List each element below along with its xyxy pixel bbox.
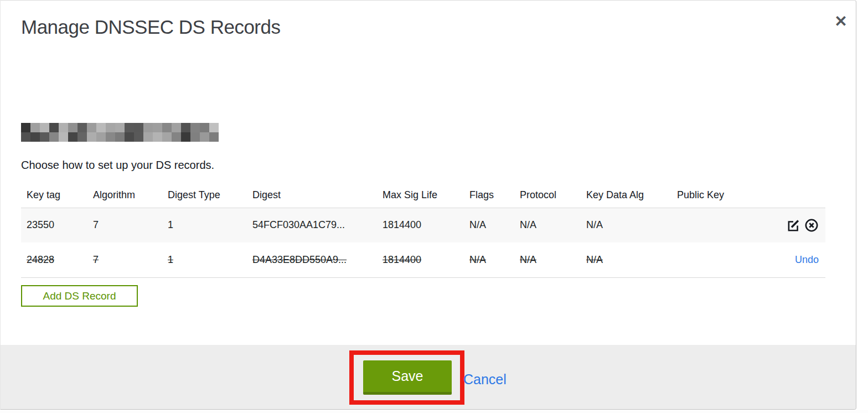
cancel-link[interactable]: Cancel	[463, 371, 507, 388]
table-row-deleted: 24828 7 1 D4A33E8DD550A9... 1814400 N/A …	[21, 242, 825, 277]
table-header-row: Key tag Algorithm Digest Type Digest Max…	[21, 183, 825, 208]
delete-circle-x-icon	[804, 218, 819, 233]
cell-key-data-alg: N/A	[581, 208, 671, 242]
cell-public-key	[671, 242, 777, 277]
column-header-max-sig-life: Max Sig Life	[377, 183, 464, 208]
dnssec-dialog: Manage DNSSEC DS Records ✕ Choose how to…	[0, 0, 856, 410]
cell-digest-type: 1	[162, 242, 247, 277]
column-header-flags: Flags	[464, 183, 514, 208]
close-icon[interactable]: ✕	[830, 11, 852, 33]
save-button[interactable]: Save	[363, 360, 452, 395]
column-header-protocol: Protocol	[514, 183, 581, 208]
cell-flags: N/A	[464, 208, 514, 242]
cell-flags: N/A	[464, 242, 514, 277]
edit-record-button[interactable]	[786, 218, 800, 233]
edit-icon	[786, 218, 800, 233]
redacted-domain	[21, 123, 219, 142]
cell-max-sig-life: 1814400	[377, 242, 464, 277]
footer-bar: Save Cancel	[1, 345, 856, 410]
page-behind-modal	[0, 410, 868, 413]
add-ds-record-button[interactable]: Add DS Record	[21, 285, 138, 307]
delete-record-button[interactable]	[804, 218, 819, 233]
cell-algorithm: 7	[87, 208, 162, 242]
undo-link[interactable]: Undo	[795, 254, 819, 265]
column-header-public-key: Public Key	[671, 183, 777, 208]
column-header-actions	[777, 183, 825, 208]
annotation-highlight-box: Save	[349, 350, 464, 405]
cell-digest-type: 1	[162, 208, 247, 242]
cell-key-tag: 24828	[21, 242, 87, 277]
column-header-key-tag: Key tag	[21, 183, 87, 208]
cell-protocol: N/A	[514, 208, 581, 242]
cell-digest: D4A33E8DD550A9...	[247, 242, 377, 277]
column-header-digest: Digest	[247, 183, 377, 208]
instruction-text: Choose how to set up your DS records.	[21, 159, 214, 172]
cell-algorithm: 7	[87, 242, 162, 277]
table-row: 23550 7 1 54FCF030AA1C79... 1814400 N/A …	[21, 208, 825, 242]
ds-records-table: Key tag Algorithm Digest Type Digest Max…	[21, 183, 825, 278]
column-header-key-data-alg: Key Data Alg	[581, 183, 671, 208]
page-title: Manage DNSSEC DS Records	[21, 16, 280, 38]
cell-protocol: N/A	[514, 242, 581, 277]
cell-key-data-alg: N/A	[581, 242, 671, 277]
column-header-algorithm: Algorithm	[87, 183, 162, 208]
cell-key-tag: 23550	[21, 208, 87, 242]
cell-public-key	[671, 208, 777, 242]
column-header-digest-type: Digest Type	[162, 183, 247, 208]
cell-max-sig-life: 1814400	[377, 208, 464, 242]
cell-digest: 54FCF030AA1C79...	[247, 208, 377, 242]
